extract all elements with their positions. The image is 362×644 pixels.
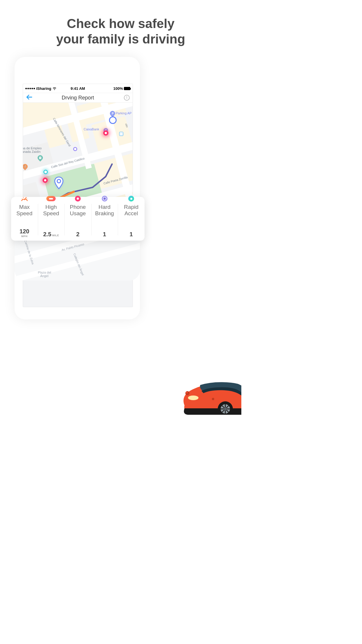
- metric-value: 1: [130, 231, 133, 238]
- rapid-accel-dot-icon: [128, 195, 134, 203]
- svg-point-6: [186, 392, 188, 393]
- hard-braking-marker[interactable]: [73, 147, 77, 151]
- metric-value-number: 2.5: [43, 231, 51, 238]
- hard-braking-dot-icon: [102, 195, 108, 203]
- metric-high-speed[interactable]: High Speed 2.5 MILE: [38, 197, 65, 241]
- metric-unit: MILE: [52, 234, 59, 237]
- metrics-card: Max Speed 120 MPH High Speed 2.5 MILE Ph…: [11, 197, 145, 241]
- info-icon[interactable]: !: [124, 95, 130, 101]
- promo-headline: Check how safely your family is driving: [0, 0, 241, 47]
- map-view-lower: Camino de la Zubia Av. Pablo Picasso Cal…: [15, 237, 140, 281]
- carrier-label: iSharing: [36, 86, 51, 91]
- metric-value: 120: [20, 228, 29, 235]
- phone-usage-marker[interactable]: [103, 130, 108, 136]
- status-bar: iSharing 9:41 AM 100%: [23, 84, 133, 93]
- promo-headline-line1: Check how safely: [0, 16, 241, 32]
- signal-dots-icon: [25, 88, 35, 89]
- metric-value-number: 1: [130, 231, 133, 238]
- svg-point-1: [22, 199, 22, 199]
- svg-point-3: [27, 199, 27, 199]
- gauge-icon: [20, 195, 29, 203]
- back-arrow-icon[interactable]: [26, 94, 32, 102]
- metric-label: High Speed: [43, 204, 59, 217]
- battery-pct: 100%: [113, 86, 123, 91]
- battery-icon: [124, 87, 130, 90]
- plaza-label-line2: Ángel: [40, 274, 48, 278]
- nav-bar: Drving Report !: [23, 93, 133, 103]
- metric-value: 2.5 MILE: [43, 231, 59, 238]
- metric-value: 2: [76, 231, 79, 238]
- wifi-icon: [52, 87, 57, 90]
- route-end-marker[interactable]: [54, 176, 64, 189]
- car-illustration: [179, 374, 241, 415]
- metric-label: Rapid Accel: [124, 204, 138, 217]
- svg-point-2: [23, 197, 24, 198]
- svg-point-4: [188, 396, 198, 400]
- metric-unit: MPH: [21, 235, 28, 238]
- metric-value-number: 1: [103, 231, 106, 238]
- status-right: 100%: [113, 86, 130, 91]
- high-speed-pill-icon: [46, 195, 56, 203]
- metric-hard-braking[interactable]: Hard Braking 1: [91, 197, 118, 241]
- status-left: iSharing: [25, 86, 57, 91]
- metric-value: 1: [103, 231, 106, 238]
- phone-usage-dot-icon: [75, 195, 81, 203]
- metric-value-number: 120: [20, 228, 29, 235]
- metric-label: Hard Braking: [95, 204, 114, 217]
- rapid-accel-marker[interactable]: [43, 170, 48, 174]
- metric-rapid-accel[interactable]: Rapid Accel 1: [118, 197, 145, 241]
- metric-label: Phone Usage: [70, 204, 86, 217]
- metric-label: Max Speed: [16, 204, 32, 217]
- plaza-label-line1: Plaza del: [38, 271, 51, 274]
- phone-usage-marker[interactable]: [43, 178, 48, 183]
- nav-title: Drving Report: [61, 95, 94, 101]
- route-start-marker[interactable]: [109, 116, 117, 124]
- promo-headline-line2: your family is driving: [0, 32, 241, 47]
- metric-value-number: 2: [76, 231, 79, 238]
- metric-max-speed[interactable]: Max Speed 120 MPH: [11, 197, 38, 241]
- metric-phone-usage[interactable]: Phone Usage 2: [64, 197, 91, 241]
- svg-point-14: [224, 407, 227, 410]
- svg-point-7: [212, 398, 214, 400]
- status-time: 9:41 AM: [71, 86, 85, 91]
